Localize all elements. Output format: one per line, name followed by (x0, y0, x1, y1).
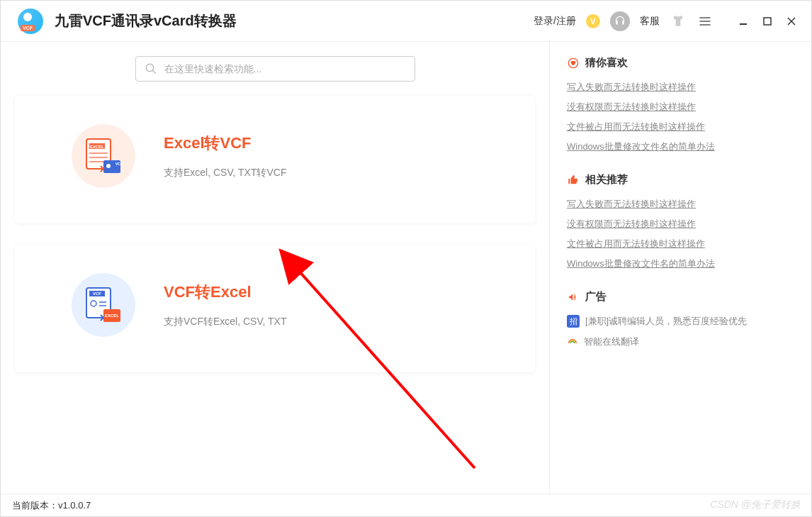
ad-item[interactable]: 招 [兼职]诚聘编辑人员，熟悉百度经验优先 (567, 315, 794, 328)
service-label[interactable]: 客服 (640, 15, 660, 28)
maximize-button[interactable] (762, 16, 773, 27)
main-panel: EXCEL VCF Excel转VCF 支持Excel, CSV, TXT转VC… (1, 42, 549, 494)
sidebar-link[interactable]: 没有权限而无法转换时这样操作 (567, 101, 794, 113)
thumbs-up-icon (567, 174, 580, 187)
sidebar-section-title: 猜你喜欢 (585, 56, 628, 70)
sidebar-link[interactable]: 文件被占用而无法转换时这样操作 (567, 238, 794, 250)
excel-to-vcf-icon: EXCEL VCF (72, 124, 135, 188)
svg-text:VCF: VCF (115, 162, 123, 166)
sidebar-link[interactable]: Windows批量修改文件名的简单办法 (567, 140, 794, 153)
svg-point-7 (146, 64, 154, 72)
sidebar-link[interactable]: 没有权限而无法转换时这样操作 (567, 218, 794, 230)
svg-line-8 (152, 71, 155, 74)
svg-text:EXCEL: EXCEL (90, 145, 104, 149)
watermark: CSDN @兔子爱转换 (710, 499, 801, 511)
card-excel-to-vcf[interactable]: EXCEL VCF Excel转VCF 支持Excel, CSV, TXT转VC… (15, 96, 535, 223)
search-input[interactable] (164, 63, 406, 74)
statusbar: 当前版本：v1.0.0.7 (1, 494, 811, 516)
svg-point-16 (106, 164, 111, 168)
ad-item[interactable]: 智能在线翻译 (567, 335, 794, 348)
minimize-button[interactable] (738, 16, 749, 27)
menu-icon[interactable] (697, 13, 714, 30)
svg-text:EXCEL: EXCEL (105, 313, 119, 318)
sidebar-favorites: 猜你喜欢 写入失败而无法转换时这样操作 没有权限而无法转换时这样操作 文件被占用… (567, 56, 794, 153)
heart-icon (567, 57, 580, 70)
support-avatar-icon[interactable] (610, 11, 630, 31)
version-label: 当前版本：v1.0.0.7 (12, 499, 91, 512)
card-vcf-to-excel[interactable]: VCF EXCEL VCF转Excel 支持VCF转Excel, CSV, TX… (15, 245, 535, 372)
sidebar-section-title: 相关推荐 (585, 173, 628, 187)
app-logo: VCF (18, 9, 43, 34)
ad-text: 智能在线翻译 (584, 335, 639, 348)
sidebar-link[interactable]: 写入失败而无法转换时这样操作 (567, 81, 794, 94)
vcf-to-excel-icon: VCF EXCEL (72, 273, 135, 337)
sidebar: 猜你喜欢 写入失败而无法转换时这样操作 没有权限而无法转换时这样操作 文件被占用… (549, 42, 811, 494)
tshirt-icon[interactable] (670, 13, 687, 30)
svg-text:VCF: VCF (93, 291, 101, 296)
titlebar: VCF 九雷VCF通讯录vCard转换器 登录/注册 V 客服 (1, 1, 811, 42)
card-subtitle: 支持VCF转Excel, CSV, TXT (164, 316, 286, 328)
vip-badge-icon[interactable]: V (586, 14, 600, 28)
svg-rect-4 (764, 18, 771, 25)
rainbow-icon (567, 335, 578, 348)
app-title: 九雷VCF通讯录vCard转换器 (55, 11, 534, 30)
sidebar-ads: 广告 招 [兼职]诚聘编辑人员，熟悉百度经验优先 智能在线翻译 (567, 290, 794, 348)
sidebar-link[interactable]: 写入失败而无法转换时这样操作 (567, 198, 794, 211)
card-subtitle: 支持Excel, CSV, TXT转VCF (164, 167, 286, 179)
search-box[interactable] (135, 56, 415, 82)
card-title: VCF转Excel (164, 282, 286, 303)
sidebar-link[interactable]: 文件被占用而无法转换时这样操作 (567, 121, 794, 133)
ad-text: [兼职]诚聘编辑人员，熟悉百度经验优先 (585, 315, 747, 328)
ad-badge-icon: 招 (567, 315, 580, 328)
search-icon (145, 62, 157, 75)
sidebar-link[interactable]: Windows批量修改文件名的简单办法 (567, 257, 794, 270)
sidebar-section-title: 广告 (585, 290, 607, 304)
megaphone-icon (567, 291, 580, 304)
sidebar-related: 相关推荐 写入失败而无法转换时这样操作 没有权限而无法转换时这样操作 文件被占用… (567, 173, 794, 270)
login-register-link[interactable]: 登录/注册 (534, 15, 576, 28)
close-button[interactable] (786, 16, 797, 27)
card-title: Excel转VCF (164, 133, 286, 154)
